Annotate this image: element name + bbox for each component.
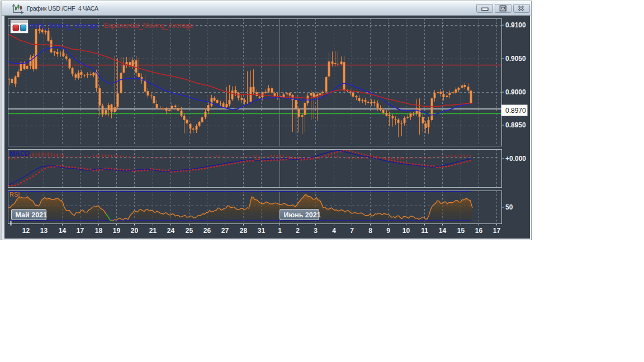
svg-text:11: 11 — [421, 227, 428, 235]
svg-text:8: 8 — [368, 227, 372, 235]
svg-text:MACD: MACD — [10, 150, 30, 158]
svg-text:График USD /CHF 4 ЧАСА: График USD /CHF 4 ЧАСА — [27, 5, 99, 12]
svg-text:1: 1 — [278, 227, 282, 235]
svg-text:0.9100: 0.9100 — [505, 21, 526, 29]
svg-text:Июнь 2021: Июнь 2021 — [284, 211, 321, 219]
svg-text:19: 19 — [113, 227, 121, 235]
svg-text:10: 10 — [402, 227, 410, 235]
svg-text:31: 31 — [258, 227, 266, 235]
svg-text:0.9000: 0.9000 — [505, 88, 526, 96]
svg-text:14: 14 — [439, 227, 447, 235]
svg-text:0.8970: 0.8970 — [505, 107, 526, 115]
svg-text:17: 17 — [77, 227, 84, 235]
svg-text:16: 16 — [475, 227, 483, 235]
svg-text:+0.000: +0.000 — [505, 155, 526, 163]
svg-text:4: 4 — [332, 227, 336, 235]
svg-text:0.9050: 0.9050 — [505, 55, 526, 63]
svg-text:7: 7 — [350, 227, 354, 235]
svg-text:Exponential_Moving_Average: Exponential_Moving_Average — [104, 22, 193, 30]
svg-text:18: 18 — [95, 227, 103, 235]
svg-text:RSI: RSI — [10, 191, 20, 198]
svg-text:26: 26 — [203, 227, 211, 235]
svg-text:17: 17 — [493, 227, 501, 235]
svg-text:2: 2 — [296, 227, 300, 235]
svg-text:12: 12 — [22, 227, 30, 235]
svg-text:0.8950: 0.8950 — [505, 121, 526, 129]
svg-text:28: 28 — [240, 227, 248, 235]
svg-text:3: 3 — [314, 227, 318, 235]
svg-text:50: 50 — [505, 203, 513, 211]
svg-text:14: 14 — [59, 227, 67, 235]
svg-text:15: 15 — [457, 227, 465, 235]
svg-text:Май 2021: Май 2021 — [16, 211, 48, 219]
svg-text:ential_Moving_Average: ential_Moving_Average — [29, 22, 99, 30]
svg-text:21: 21 — [149, 227, 157, 235]
svg-text:20: 20 — [131, 227, 139, 235]
svg-text:24: 24 — [167, 227, 175, 235]
svg-text:25: 25 — [186, 227, 193, 235]
svg-text:27: 27 — [221, 227, 229, 235]
svg-text:13: 13 — [40, 227, 48, 235]
svg-text:9: 9 — [386, 227, 390, 235]
